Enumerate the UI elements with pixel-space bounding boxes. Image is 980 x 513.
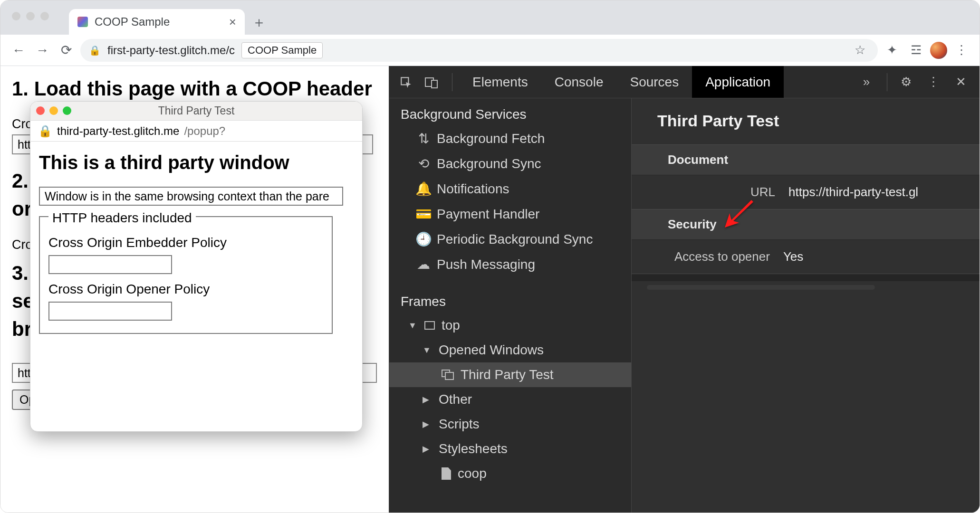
clock-icon: 🕘 bbox=[417, 231, 430, 247]
popup-lock-icon: 🔒 bbox=[38, 124, 52, 138]
minimize-window-dot[interactable] bbox=[26, 12, 35, 20]
new-tab-button[interactable]: ＋ bbox=[249, 12, 269, 33]
zoom-window-dot[interactable] bbox=[40, 12, 49, 20]
disclosure-icon[interactable] bbox=[423, 345, 432, 355]
devtools-tabstrip: Elements Console Sources Application » ⚙… bbox=[389, 66, 980, 98]
annotation-arrow-icon bbox=[723, 196, 757, 234]
item-payment-handler[interactable]: 💳Payment Handler bbox=[389, 201, 631, 227]
popup-fieldset-legend: HTTP headers included bbox=[48, 210, 196, 226]
popup-window-controls[interactable] bbox=[36, 106, 71, 115]
back-button[interactable]: ← bbox=[9, 41, 28, 60]
close-tab-icon[interactable]: × bbox=[229, 15, 236, 29]
toolbar: ← → ⟳ 🔒 first-party-test.glitch.me/c COO… bbox=[0, 35, 980, 66]
sync-icon: ⟲ bbox=[417, 156, 430, 171]
frame-top[interactable]: top bbox=[389, 313, 631, 338]
bell-icon: 🔔 bbox=[417, 181, 430, 197]
card-icon: 💳 bbox=[417, 206, 430, 222]
tab-application[interactable]: Application bbox=[692, 66, 784, 98]
devtools-panel: Elements Console Sources Application » ⚙… bbox=[389, 66, 980, 513]
address-text: first-party-test.glitch.me/c bbox=[107, 44, 235, 57]
access-value: Yes bbox=[783, 249, 803, 264]
extensions-icon[interactable]: ✦ bbox=[883, 41, 902, 60]
popup-title: Third Party Test bbox=[158, 104, 235, 117]
menu-icon[interactable]: ⋮ bbox=[952, 41, 971, 60]
frame-stylesheets[interactable]: Stylesheets bbox=[389, 437, 631, 461]
devtools-menu-icon[interactable]: ⋮ bbox=[922, 70, 945, 94]
frame-icon bbox=[424, 321, 435, 330]
forward-button[interactable]: → bbox=[33, 41, 52, 60]
step3-heading-pre: 3. bbox=[12, 262, 29, 284]
svg-rect-2 bbox=[432, 80, 437, 88]
file-icon bbox=[442, 467, 451, 480]
more-tabs-icon[interactable]: » bbox=[855, 70, 878, 94]
coop-input[interactable] bbox=[48, 302, 172, 321]
lock-icon: 🔒 bbox=[89, 45, 101, 56]
section-frames: Frames bbox=[389, 285, 631, 313]
svg-rect-4 bbox=[445, 372, 453, 380]
item-push-messaging[interactable]: ☁Push Messaging bbox=[389, 252, 631, 277]
coop-label: Cross Origin Opener Policy bbox=[48, 282, 323, 297]
frame-third-party-test[interactable]: Third Party Test bbox=[389, 362, 631, 387]
item-periodic-sync[interactable]: 🕘Periodic Background Sync bbox=[389, 227, 631, 252]
application-details: Third Party Test Document URL https://th… bbox=[632, 98, 980, 513]
tab-title: COOP Sample bbox=[95, 15, 170, 28]
popup-body: This is a third party window Window is i… bbox=[30, 142, 362, 431]
devtools-body: Background Services ⇅Background Fetch ⟲B… bbox=[389, 98, 980, 513]
coep-label: Cross Origin Embedder Policy bbox=[48, 235, 323, 250]
tab-sources[interactable]: Sources bbox=[616, 66, 692, 98]
section-background-services: Background Services bbox=[389, 98, 631, 126]
item-background-sync[interactable]: ⟲Background Sync bbox=[389, 151, 631, 176]
frame-opened-windows[interactable]: Opened Windows bbox=[389, 338, 631, 362]
address-bar[interactable]: 🔒 first-party-test.glitch.me/c COOP Samp… bbox=[80, 39, 878, 62]
application-sidebar[interactable]: Background Services ⇅Background Fetch ⟲B… bbox=[389, 98, 632, 513]
window-controls[interactable] bbox=[12, 12, 49, 20]
popup-address-bar[interactable]: 🔒 third-party-test.glitch.me/popup? bbox=[30, 121, 362, 142]
fetch-icon: ⇅ bbox=[417, 131, 430, 146]
reading-list-icon[interactable]: ☲ bbox=[906, 41, 925, 60]
content-split: 1. Load this page with a COOP header Cro… bbox=[0, 66, 980, 513]
window-icon bbox=[442, 370, 454, 380]
favicon-icon bbox=[77, 17, 88, 27]
disclosure-icon[interactable] bbox=[408, 321, 418, 331]
tab-strip: COOP Sample × ＋ bbox=[0, 0, 980, 35]
profile-avatar[interactable] bbox=[930, 42, 947, 59]
details-title: Third Party Test bbox=[632, 110, 980, 144]
coep-input[interactable] bbox=[48, 255, 172, 274]
disclosure-icon[interactable] bbox=[423, 444, 432, 454]
section-security: Security bbox=[632, 209, 980, 240]
url-value: https://third-party-test.gl bbox=[788, 185, 918, 200]
browser-tab[interactable]: COOP Sample × bbox=[69, 9, 245, 35]
tab-elements[interactable]: Elements bbox=[459, 66, 541, 98]
close-window-dot[interactable] bbox=[12, 12, 20, 20]
section-document: Document bbox=[632, 144, 980, 175]
item-background-fetch[interactable]: ⇅Background Fetch bbox=[389, 126, 631, 151]
popup-headers-fieldset: HTTP headers included Cross Origin Embed… bbox=[39, 216, 333, 334]
horizontal-scroll-indicator[interactable] bbox=[647, 285, 875, 290]
popup-context-message: Window is in the same browsing context t… bbox=[39, 187, 343, 206]
reload-button[interactable]: ⟳ bbox=[57, 41, 76, 60]
popup-titlebar[interactable]: Third Party Test bbox=[30, 102, 362, 121]
popup-window: Third Party Test 🔒 third-party-test.glit… bbox=[30, 101, 363, 432]
inspect-icon[interactable] bbox=[394, 70, 418, 94]
star-icon[interactable]: ☆ bbox=[850, 41, 869, 60]
disclosure-icon[interactable] bbox=[423, 394, 432, 405]
settings-icon[interactable]: ⚙ bbox=[894, 70, 918, 94]
access-key: Access to opener bbox=[674, 249, 770, 264]
popup-minimize-dot[interactable] bbox=[49, 106, 58, 115]
frame-other[interactable]: Other bbox=[389, 387, 631, 412]
tab-console[interactable]: Console bbox=[541, 66, 617, 98]
frame-scripts[interactable]: Scripts bbox=[389, 412, 631, 437]
popup-close-dot[interactable] bbox=[36, 106, 45, 115]
page-viewport: 1. Load this page with a COOP header Cro… bbox=[0, 66, 389, 513]
device-toggle-icon[interactable] bbox=[420, 70, 443, 94]
disclosure-icon[interactable] bbox=[423, 419, 432, 429]
devtools-close-icon[interactable]: ✕ bbox=[949, 70, 973, 94]
details-divider bbox=[632, 274, 980, 281]
popup-zoom-dot[interactable] bbox=[63, 106, 71, 115]
address-suggestion: COOP Sample bbox=[241, 42, 323, 58]
item-notifications[interactable]: 🔔Notifications bbox=[389, 176, 631, 201]
frame-coop[interactable]: coop bbox=[389, 461, 631, 486]
cloud-icon: ☁ bbox=[417, 256, 430, 272]
browser-window: COOP Sample × ＋ ← → ⟳ 🔒 first-party-test… bbox=[0, 0, 980, 513]
popup-url-path: /popup? bbox=[184, 124, 225, 138]
